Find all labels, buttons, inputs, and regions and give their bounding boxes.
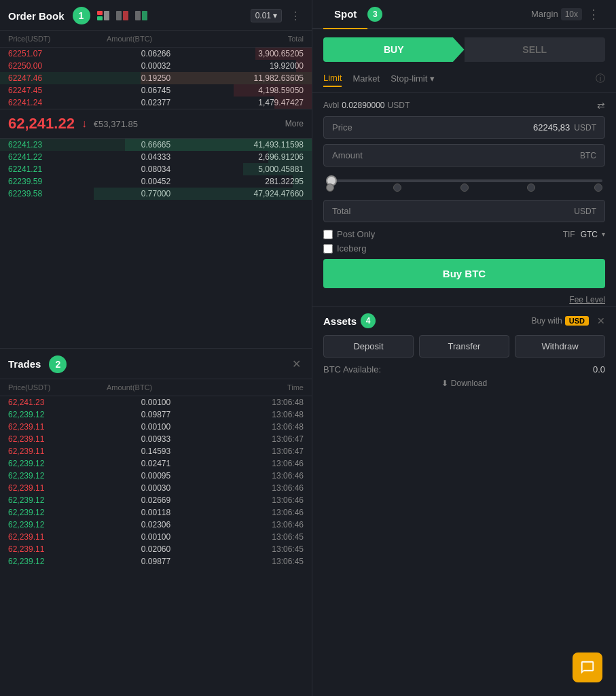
sell-order-row[interactable]: 62241.24 0.02377 1,479.47427 [0, 97, 312, 109]
trade-time: 13:06:45 [205, 557, 304, 566]
trade-row[interactable]: 62,239.12 0.00095 13:06:46 [0, 470, 312, 482]
svg-rect-3 [116, 11, 122, 20]
withdraw-button[interactable]: Withdraw [515, 335, 605, 358]
more-link[interactable]: More [285, 119, 304, 128]
usd-badge[interactable]: USD [565, 316, 589, 326]
sell-order-row[interactable]: 62247.46 0.19250 11,982.63605 [0, 72, 312, 84]
total-input-group[interactable]: Total USDT [323, 200, 605, 222]
sell-order-row[interactable]: 62247.45 0.06745 4,198.59050 [0, 84, 312, 97]
trade-time: 13:06:46 [205, 520, 304, 529]
tab-margin[interactable]: Margin [531, 9, 558, 19]
price-input-group[interactable]: Price 62245,83 USDT [323, 116, 605, 139]
buy-price: 62241.23 [8, 140, 107, 150]
trade-price: 62,239.12 [8, 459, 107, 468]
view-sells-icon[interactable] [115, 8, 130, 23]
trade-row[interactable]: 62,239.11 0.00100 13:06:48 [0, 421, 312, 433]
svg-rect-4 [123, 11, 128, 20]
order-book-badge: 1 [73, 7, 90, 24]
trade-row[interactable]: 62,239.11 0.00100 13:06:45 [0, 531, 312, 543]
trade-row[interactable]: 62,239.12 0.09877 13:06:48 [0, 408, 312, 421]
order-book-header: Order Book 1 [0, 0, 312, 31]
trade-price: 62,239.11 [8, 447, 107, 456]
price-value: 62245,83 [533, 122, 570, 133]
chat-fab[interactable] [573, 652, 602, 682]
trade-time: 13:06:47 [205, 434, 304, 444]
trades-close-icon[interactable]: ✕ [289, 356, 304, 372]
amount-currency: BTC [580, 151, 596, 160]
buy-with-row: Buy with USD [531, 316, 589, 326]
current-price: 62,241.22 [8, 115, 75, 133]
transfer-button[interactable]: Transfer [419, 335, 509, 358]
trade-price: 62,239.12 [8, 471, 107, 481]
buy-amount: 0.00452 [107, 177, 205, 186]
amount-slider[interactable] [326, 179, 602, 182]
trade-row[interactable]: 62,239.12 0.02669 13:06:46 [0, 494, 312, 506]
trade-row[interactable]: 62,239.12 0.02471 13:06:46 [0, 457, 312, 470]
amount-input-group[interactable]: Amount BTC [323, 144, 605, 167]
buy-order-row[interactable]: 62241.23 0.66665 41,493.11598 [0, 139, 312, 151]
tick-0[interactable] [326, 184, 334, 192]
trade-row[interactable]: 62,239.11 0.00933 13:06:47 [0, 433, 312, 445]
trade-row[interactable]: 62,239.12 0.00118 13:06:46 [0, 506, 312, 519]
iceberg-checkbox[interactable] [323, 244, 333, 254]
order-info-icon[interactable]: ⓘ [596, 73, 605, 85]
view-buys-icon[interactable] [134, 8, 149, 23]
leverage-badge[interactable]: 10x [561, 8, 582, 20]
view-both-icon[interactable] [96, 8, 111, 23]
trade-row[interactable]: 62,241.23 0.00100 13:06:48 [0, 396, 312, 408]
trade-amount: 0.09877 [107, 410, 205, 419]
trade-time: 13:06:45 [205, 532, 304, 542]
sell-amount: 0.06745 [107, 86, 205, 95]
order-book-more-icon[interactable]: ⋮ [287, 8, 304, 24]
btc-available-label: BTC Available: [323, 364, 381, 375]
buy-order-row[interactable]: 62241.22 0.04333 2,696.91206 [0, 151, 312, 163]
sell-price: 62250.00 [8, 61, 107, 71]
trading-more-icon[interactable]: ⋮ [582, 4, 605, 24]
tab-limit[interactable]: Limit [323, 70, 342, 87]
trade-time: 13:06:46 [205, 483, 304, 493]
tick-75[interactable] [527, 184, 535, 192]
sell-price: 62247.46 [8, 73, 107, 83]
trade-amount: 0.02306 [107, 520, 205, 529]
trade-price: 62,241.23 [8, 398, 107, 407]
buy-amount: 0.04333 [107, 152, 205, 162]
amount-label: Amount [332, 150, 576, 160]
tick-100[interactable] [594, 184, 602, 192]
tab-market[interactable]: Market [352, 71, 380, 86]
tick-50[interactable] [460, 184, 469, 192]
iceberg-checkbox-row: Iceberg [323, 243, 366, 254]
sell-price: 62251.07 [8, 49, 107, 58]
trade-row[interactable]: 62,239.12 0.09877 13:06:45 [0, 555, 312, 568]
buy-order-row[interactable]: 62239.58 0.77000 47,924.47660 [0, 188, 312, 200]
buy-button[interactable]: BUY [323, 37, 465, 62]
assets-close-icon[interactable]: ✕ [597, 315, 605, 326]
iceberg-label: Iceberg [337, 243, 366, 254]
download-label[interactable]: Download [451, 379, 487, 388]
trades-badge: 2 [49, 355, 67, 373]
buy-order-row[interactable]: 62241.21 0.08034 5,000.45881 [0, 163, 312, 175]
tab-spot[interactable]: Spot [323, 0, 367, 29]
buy-btc-button[interactable]: Buy BTC [323, 259, 605, 288]
assets-action-buttons: Deposit Transfer Withdraw [323, 335, 605, 358]
tab-stop-limit[interactable]: Stop-limit ▾ [391, 71, 435, 86]
avbl-currency: USDT [388, 101, 410, 110]
buy-order-row[interactable]: 62239.59 0.00452 281.32295 [0, 175, 312, 188]
trade-row[interactable]: 62,239.12 0.02306 13:06:46 [0, 519, 312, 531]
trade-row[interactable]: 62,239.11 0.14593 13:06:47 [0, 445, 312, 457]
tif-value: GTC [581, 230, 598, 239]
tif-dropdown-icon[interactable]: ▾ [602, 230, 605, 238]
decimal-selector[interactable]: 0.01 ▾ [251, 9, 282, 22]
sell-order-row[interactable]: 62251.07 0.06266 3,900.65205 [0, 48, 312, 60]
tif-row: TIF GTC ▾ [563, 230, 605, 239]
fee-level-link[interactable]: Fee Level [569, 295, 605, 304]
tick-25[interactable] [393, 184, 401, 192]
sell-button[interactable]: SELL [465, 37, 606, 62]
trade-row[interactable]: 62,239.11 0.02060 13:06:45 [0, 543, 312, 555]
trade-amount: 0.00100 [107, 422, 205, 432]
trade-row[interactable]: 62,239.11 0.00030 13:06:46 [0, 482, 312, 494]
deposit-button[interactable]: Deposit [323, 335, 414, 358]
sell-order-row[interactable]: 62250.00 0.00032 19.92000 [0, 60, 312, 72]
transfer-icon[interactable]: ⇄ [597, 100, 605, 111]
iceberg-row: Iceberg [312, 243, 616, 254]
post-only-checkbox[interactable] [323, 230, 333, 239]
